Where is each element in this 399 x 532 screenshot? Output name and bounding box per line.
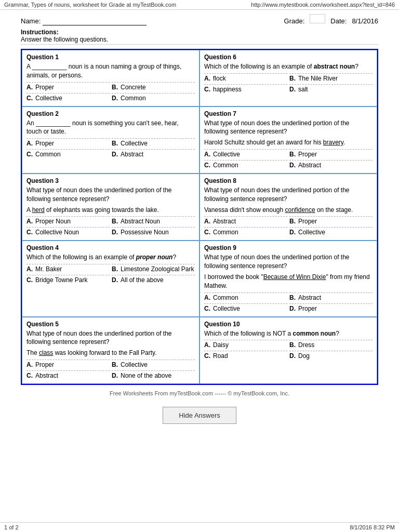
q4-c: C.Bridge Towne Park [26,275,110,285]
q3-text: What type of noun does the underlined po… [26,186,195,204]
question-cell-q7: Question 7 What type of noun does the un… [200,107,377,174]
header-area: Name: Grade: Date: 8/1/2016 Instructions… [0,10,399,47]
q4-answers: A.Mr. Baker B.Limestone Zoological Park … [26,264,195,285]
q1-text: A __________ noun is a noun naming a gro… [26,62,195,80]
q2-answers: A.Proper B.Collective C.Common D.Abstrac… [26,138,195,159]
q9-sentence: I borrowed the book "Because of Winn Dix… [204,273,373,290]
footer-credit: Free Worksheets From myTestBook.com ----… [21,390,378,396]
q10-text: Which of the following is NOT a common n… [204,329,373,338]
date-label: Date: [330,17,347,25]
bottom-datetime: 8/1/2016 8:32 PM [350,524,395,530]
q3-b: B.Abstract Noun [112,216,195,226]
grade-box [310,14,325,23]
q9-b: B.Abstract [289,292,373,302]
questions-grid: Question 1 A __________ noun is a noun n… [21,49,378,385]
q5-d: D.None of the above [112,370,195,380]
question-cell-q10: Question 10 Which of the following is NO… [200,317,377,384]
q6-text: Which of the following is an example of … [204,62,373,71]
q8-answers: A.Abstract B.Proper C.Common D.Collectiv… [204,216,373,237]
question-cell-q1: Question 1 A __________ noun is a noun n… [22,50,200,107]
q10-title: Question 10 [204,321,373,328]
grade-label: Grade: [284,17,305,25]
q5-a: A.Proper [26,360,110,369]
q1-a: A.Proper [26,82,110,92]
q4-title: Question 4 [26,244,195,251]
q8-a: A.Abstract [204,216,287,226]
q2-d: D.Abstract [112,149,195,159]
question-cell-q9: Question 9 What type of noun does the un… [200,241,377,316]
question-cell-q3: Question 3 What type of noun does the un… [22,174,200,241]
q8-title: Question 8 [204,177,373,184]
q10-c: C.Road [204,351,287,361]
q7-sentence: Harold Schultz should get an award for h… [204,138,373,147]
page-indicator: 1 of 2 [4,524,19,530]
q5-answers: A.Proper B.Collective C.Abstract D.None … [26,360,195,380]
top-bar-left: Grammar, Types of nouns, worksheet for G… [4,2,176,8]
question-cell-q2: Question 2 An __________ noun is somethi… [22,107,200,174]
q4-b: B.Limestone Zoological Park [112,264,195,274]
date-value: 8/1/2016 [352,17,378,25]
q6-d: D.salt [289,84,373,94]
q9-d: D.Proper [289,303,373,313]
q3-d: D.Possessive Noun [112,227,195,237]
question-cell-q6: Question 6 Which of the following is an … [200,50,377,107]
q5-title: Question 5 [26,321,195,328]
name-label: Name: [21,17,41,25]
q8-sentence: Vanessa didn't show enough confidence on… [204,206,373,215]
q6-title: Question 6 [204,54,373,61]
question-cell-q8: Question 8 What type of noun does the un… [200,174,377,241]
q7-d: D.Abstract [289,160,373,170]
q5-b: B.Collective [112,360,195,369]
q7-text: What type of noun does the underlined po… [204,119,373,137]
q1-d: D.Common [112,93,195,103]
name-field: Name: [21,17,147,25]
instructions-label: Instructions: [21,29,378,36]
q2-a: A.Proper [26,138,110,148]
q9-answers: A.Common B.Abstract C.Collective D.Prope… [204,292,373,313]
worksheet-area: Question 1 A __________ noun is a noun n… [0,47,399,436]
question-cell-q4: Question 4 Which of the following is an … [22,241,200,316]
bottom-bar: 1 of 2 8/1/2016 8:32 PM [0,522,399,532]
q2-b: B.Collective [112,138,195,148]
q4-a: A.Mr. Baker [26,264,110,274]
q7-c: C.Common [204,160,287,170]
q1-answers: A.Proper B.Concrete C.Collective D.Commo… [26,82,195,103]
q10-d: D.Dog [289,351,373,361]
q3-a: A.Proper Noun [26,216,110,226]
q3-title: Question 3 [26,177,195,184]
q1-c: C.Collective [26,93,110,103]
q9-text: What type of noun does the underlined po… [204,253,373,271]
top-bar-right: http://www.mytestbook.com/worksheet.aspx… [251,2,395,8]
q9-title: Question 9 [204,244,373,251]
q3-answers: A.Proper Noun B.Abstract Noun C.Collecti… [26,216,195,237]
q2-c: C.Common [26,149,110,159]
q6-answers: A.flock B.The Nile River C.happiness D.s… [204,73,373,94]
q7-title: Question 7 [204,110,373,117]
q10-b: B.Dress [289,340,373,350]
q10-answers: A.Daisy B.Dress C.Road D.Dog [204,340,373,361]
q7-a: A.Collective [204,149,287,159]
instructions-text: Answer the following questions. [21,36,378,43]
top-bar: Grammar, Types of nouns, worksheet for G… [0,0,399,10]
q6-c: C.happiness [204,84,287,94]
q4-d: D.All of the above [112,275,195,285]
q6-b: B.The Nile River [289,73,373,83]
q5-sentence: The class was looking forward to the Fal… [26,349,195,357]
q5-text: What type of noun does the underlined po… [26,329,195,347]
q4-text: Which of the following is an example of … [26,253,195,262]
q10-a: A.Daisy [204,340,287,350]
name-grade-row: Name: Grade: Date: 8/1/2016 [21,14,378,25]
question-cell-q5: Question 5 What type of noun does the un… [22,317,200,384]
q1-b: B.Concrete [112,82,195,92]
q3-c: C.Collective Noun [26,227,110,237]
q7-answers: A.Collective B.Proper C.Common D.Abstrac… [204,149,373,170]
grade-date-area: Grade: Date: 8/1/2016 [284,14,378,25]
q3-sentence: A herd of elephants was going towards th… [26,206,195,215]
instructions-area: Instructions: Answer the following quest… [21,29,378,45]
q7-b: B.Proper [289,149,373,159]
q2-title: Question 2 [26,110,195,117]
q6-a: A.flock [204,73,287,83]
q9-a: A.Common [204,292,287,302]
hide-answers-button[interactable]: Hide Answers [163,407,236,424]
q8-b: B.Proper [289,216,373,226]
